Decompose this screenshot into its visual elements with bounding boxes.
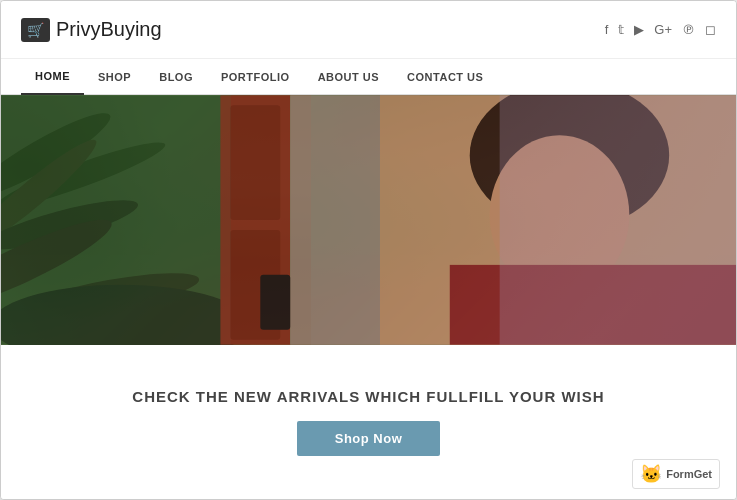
shop-now-button[interactable]: Shop Now xyxy=(297,421,441,456)
social-icons: f 𝕥 ▶ G+ ℗ ◻ xyxy=(605,22,716,37)
formget-label: FormGet xyxy=(666,468,712,480)
nav-item-blog[interactable]: BLOG xyxy=(145,59,207,95)
navigation: HOME SHOP BLOG PORTFOLIO ABOUT US CONTAC… xyxy=(1,59,736,95)
logo-bold: Privy xyxy=(56,18,100,40)
cart-icon: 🛒 xyxy=(27,22,44,38)
svg-rect-19 xyxy=(1,95,736,344)
hero-svg xyxy=(1,95,736,345)
logo-text: PrivyBuying xyxy=(56,18,162,41)
formget-badge: 🐱 FormGet xyxy=(632,459,720,489)
nav-item-contact[interactable]: CONTACT US xyxy=(393,59,497,95)
nav-item-shop[interactable]: SHOP xyxy=(84,59,145,95)
logo: 🛒 PrivyBuying xyxy=(21,18,162,42)
nav-item-portfolio[interactable]: PORTFOLIO xyxy=(207,59,304,95)
logo-normal: Buying xyxy=(100,18,161,40)
browser-window: 🛒 PrivyBuying f 𝕥 ▶ G+ ℗ ◻ HOME SHOP BLO… xyxy=(0,0,737,500)
header: 🛒 PrivyBuying f 𝕥 ▶ G+ ℗ ◻ xyxy=(1,1,736,59)
formget-icon: 🐱 xyxy=(640,463,662,485)
nav-item-home[interactable]: HOME xyxy=(21,59,84,95)
pinterest-icon[interactable]: ℗ xyxy=(682,22,695,37)
twitter-icon[interactable]: 𝕥 xyxy=(618,22,624,37)
nav-item-about[interactable]: ABOUT US xyxy=(304,59,393,95)
logo-icon: 🛒 xyxy=(21,18,50,42)
cta-text: CHECK THE NEW ARRIVALS WHICH FULLFILL YO… xyxy=(132,388,604,405)
googleplus-icon[interactable]: G+ xyxy=(654,22,672,37)
instagram-icon[interactable]: ◻ xyxy=(705,22,716,37)
bottom-section: CHECK THE NEW ARRIVALS WHICH FULLFILL YO… xyxy=(1,345,736,499)
hero-image xyxy=(1,95,736,345)
facebook-icon[interactable]: f xyxy=(605,22,609,37)
rss-icon[interactable]: ▶ xyxy=(634,22,644,37)
